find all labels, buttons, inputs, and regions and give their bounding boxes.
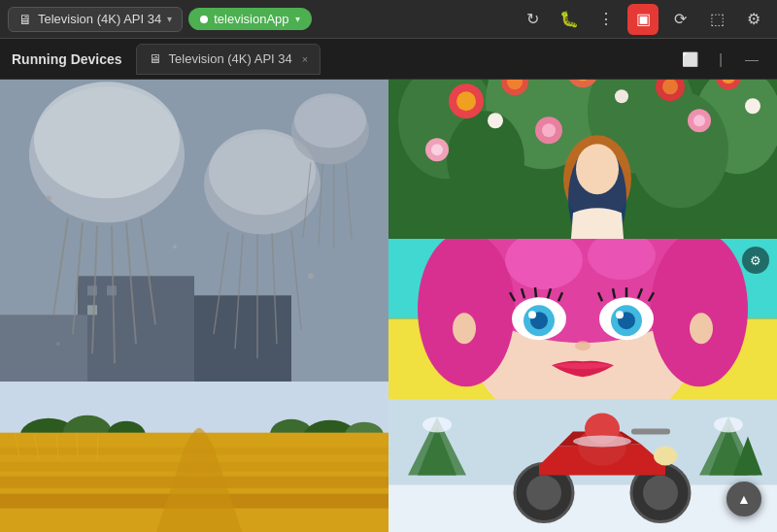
scroll-up-icon: ▲ [737,491,751,507]
device-tab[interactable]: 🖥 Television (4K) API 34 × [136,44,321,75]
svg-point-8 [34,82,180,198]
minimize-icon: — [745,51,759,67]
svg-point-99 [616,312,624,319]
svg-point-74 [615,89,628,103]
refresh-button[interactable]: ↻ [517,4,548,35]
tab-tv-icon: 🖥 [149,51,161,66]
app-status-dot [200,16,208,23]
svg-point-129 [654,446,677,465]
scroll-fab[interactable]: ▲ [726,482,761,516]
device-chevron-icon: ▾ [167,14,172,24]
more-button[interactable]: ⋮ [591,4,622,35]
svg-point-123 [526,475,561,510]
svg-rect-6 [87,305,97,315]
svg-point-75 [745,98,760,114]
tv-icon: 🖥 [18,12,32,27]
app-chevron-icon: ▾ [295,14,300,24]
svg-point-111 [453,314,476,345]
left-panel [0,80,388,532]
svg-point-121 [714,416,743,432]
svg-line-102 [535,288,536,298]
refresh-icon: ↻ [526,10,539,28]
svg-rect-114 [388,484,777,532]
rotate-icon: ⟳ [674,10,687,28]
svg-point-112 [690,314,713,345]
svg-point-120 [422,416,452,432]
svg-point-31 [56,342,60,346]
svg-point-125 [643,475,678,510]
top-toolbar: 🖥 Television (4K) API 34 ▾ televisionApp… [0,0,777,39]
svg-point-58 [456,91,476,111]
rotate-button[interactable]: ⟳ [664,4,695,35]
tab-label: Television (4K) API 34 [169,51,292,66]
svg-point-110 [575,342,591,351]
svg-point-68 [431,144,443,155]
main-content: ⚙ [0,80,777,532]
jellyfish-cell [0,80,388,382]
motorcycle-cell [388,399,777,532]
svg-point-30 [308,273,314,279]
screenshot-button[interactable]: ▣ [627,4,659,35]
flowers-cell [388,80,777,239]
svg-point-73 [488,113,503,128]
divider-icon: | [719,51,723,67]
svg-rect-126 [631,428,670,434]
svg-point-29 [173,245,177,249]
comic-girl-cell: ⚙ [388,239,777,398]
svg-point-55 [447,111,524,208]
wheat-cell [0,382,388,532]
bug-button[interactable]: 🐛 [554,4,585,35]
divider-button[interactable]: | [707,46,734,73]
svg-point-70 [542,123,556,137]
restore-icon: ⬜ [682,51,698,67]
cell-settings-icon: ⚙ [750,253,761,268]
svg-rect-5 [107,285,117,295]
screenshot-icon: ▣ [636,10,651,28]
app-selector-label: televisionApp [214,12,288,26]
svg-point-56 [631,91,728,208]
more-icon: ⋮ [598,10,614,28]
right-panel: ⚙ [388,80,777,532]
svg-point-78 [576,144,619,194]
frame-icon: ⬚ [710,10,725,28]
tab-close-button[interactable]: × [302,53,308,65]
svg-point-72 [693,115,705,126]
restore-window-button[interactable]: ⬜ [676,46,703,73]
svg-point-130 [573,435,631,447]
device-selector[interactable]: 🖥 Television (4K) API 34 ▾ [8,7,183,32]
tab-bar: Running Devices 🖥 Television (4K) API 34… [0,39,777,80]
device-selector-label: Television (4K) API 34 [38,12,161,26]
svg-point-23 [294,93,366,148]
settings-button[interactable]: ⚙ [738,4,769,35]
frame-button[interactable]: ⬚ [701,4,732,35]
svg-point-98 [528,312,536,319]
settings-icon: ⚙ [747,10,760,28]
tab-bar-controls: ⬜ | — [676,46,765,73]
minimize-button[interactable]: — [738,46,765,73]
jellyfish-image [0,80,388,382]
running-devices-label: Running Devices [12,51,136,67]
svg-point-28 [46,195,51,201]
bug-icon: 🐛 [559,10,579,28]
app-selector[interactable]: televisionApp ▾ [188,8,311,30]
